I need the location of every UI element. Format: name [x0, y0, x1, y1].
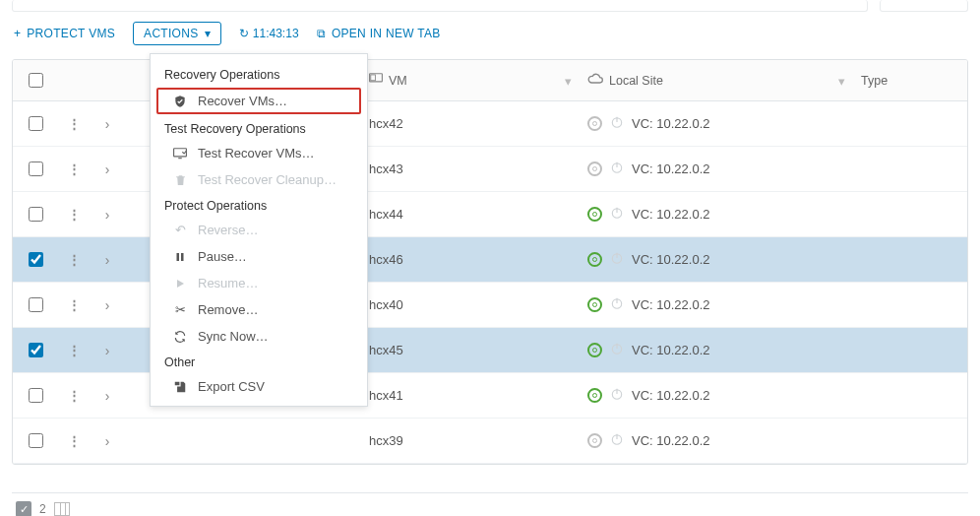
time-label: 11:43:13 — [253, 27, 299, 40]
table-footer: ✓ 2 — [12, 492, 968, 516]
export-icon — [172, 380, 188, 394]
vc-label: VC: 10.22.0.2 — [632, 343, 710, 357]
power-icon — [610, 161, 624, 177]
status-swirl-icon — [587, 388, 602, 403]
chevron-right-icon[interactable]: › — [105, 343, 110, 358]
type-cell — [853, 192, 967, 237]
dd-test-cleanup: Test Recover Cleanup… — [151, 166, 367, 193]
dd-reverse-label: Reverse… — [198, 223, 258, 237]
chevron-down-icon: ▾ — [205, 27, 211, 40]
table-row[interactable]: ⋮›hcx39VC: 10.22.0.2 — [13, 419, 967, 464]
chevron-right-icon[interactable]: › — [105, 433, 110, 449]
chevron-right-icon[interactable]: › — [105, 116, 110, 132]
type-cell — [853, 283, 967, 328]
local-site-cell: VC: 10.22.0.2 — [587, 342, 845, 358]
actions-label: ACTIONS — [144, 27, 198, 40]
header-type[interactable]: Type — [853, 60, 967, 101]
actions-button[interactable]: ACTIONS ▾ — [133, 22, 221, 45]
dd-remove[interactable]: ✂ Remove… — [151, 296, 367, 323]
row-checkbox[interactable] — [29, 297, 43, 312]
vc-label: VC: 10.22.0.2 — [632, 252, 710, 267]
vm-cell: hcx42 — [361, 101, 580, 147]
dd-test-cleanup-label: Test Recover Cleanup… — [198, 172, 337, 187]
kebab-icon[interactable]: ⋮ — [68, 252, 80, 267]
local-site-cell: VC: 10.22.0.2 — [587, 296, 845, 313]
header-checkbox-cell — [13, 60, 58, 101]
header-vm-label: VM — [389, 74, 407, 88]
vm-cell: hcx39 — [361, 419, 580, 464]
local-site-cell: VC: 10.22.0.2 — [587, 387, 845, 404]
dd-section-protect: Protect Operations — [151, 193, 367, 217]
cut-icon: ✂ — [172, 302, 188, 317]
type-cell — [853, 419, 967, 464]
chevron-right-icon[interactable]: › — [105, 297, 110, 313]
dd-pause-label: Pause… — [198, 249, 247, 264]
svg-rect-4 — [371, 75, 376, 81]
row-checkbox[interactable] — [29, 207, 43, 222]
power-icon — [610, 342, 624, 358]
open-new-tab-label: OPEN IN NEW TAB — [332, 27, 441, 40]
kebab-icon[interactable]: ⋮ — [68, 388, 80, 403]
external-link-icon: ⧉ — [317, 27, 326, 40]
row-checkbox[interactable] — [29, 343, 43, 357]
kebab-icon[interactable]: ⋮ — [68, 207, 80, 222]
dd-test-recover-label: Test Recover VMs… — [198, 146, 314, 161]
sync-icon — [172, 330, 188, 344]
header-type-label: Type — [861, 74, 888, 88]
power-icon — [610, 387, 624, 404]
column-chooser-button[interactable] — [54, 502, 70, 516]
header-local-label: Local Site — [609, 74, 663, 88]
status-swirl-icon — [587, 207, 602, 222]
chevron-right-icon[interactable]: › — [105, 252, 110, 268]
chevron-right-icon[interactable]: › — [105, 161, 110, 177]
power-icon — [610, 115, 624, 132]
kebab-icon[interactable]: ⋮ — [68, 433, 80, 448]
local-site-cell: VC: 10.22.0.2 — [587, 251, 845, 268]
undo-icon: ↶ — [172, 223, 188, 237]
vc-label: VC: 10.22.0.2 — [632, 388, 710, 403]
kebab-icon[interactable]: ⋮ — [68, 116, 80, 131]
protect-vms-label: PROTECT VMS — [27, 27, 115, 40]
dd-resume-label: Resume… — [198, 276, 258, 290]
dd-test-recover[interactable]: Test Recover VMs… — [151, 140, 367, 166]
header-local[interactable]: Local Site ▾ — [580, 60, 853, 101]
chevron-right-icon[interactable]: › — [105, 388, 110, 404]
kebab-icon[interactable]: ⋮ — [68, 297, 80, 312]
row-checkbox[interactable] — [29, 433, 43, 448]
svg-rect-2 — [181, 253, 184, 261]
protect-vms-button[interactable]: + PROTECT VMS — [14, 27, 115, 40]
kebab-icon[interactable]: ⋮ — [68, 343, 80, 357]
shield-check-icon — [172, 95, 188, 108]
dd-export[interactable]: Export CSV — [151, 373, 367, 400]
refresh-time[interactable]: ↻ 11:43:13 — [239, 27, 299, 40]
chevron-right-icon[interactable]: › — [105, 207, 110, 223]
row-checkbox[interactable] — [29, 252, 43, 267]
kebab-icon[interactable]: ⋮ — [68, 161, 80, 176]
test-recover-icon — [172, 148, 188, 160]
selection-indicator-icon: ✓ — [16, 501, 31, 516]
header-caret-cell — [90, 60, 125, 101]
select-all-checkbox[interactable] — [29, 73, 43, 88]
type-cell — [853, 101, 967, 147]
vm-icon — [369, 73, 383, 88]
row-checkbox[interactable] — [29, 116, 43, 131]
dd-recover-vms[interactable]: Recover VMs… — [156, 88, 361, 114]
plus-icon: + — [14, 27, 21, 40]
header-menu-cell — [58, 60, 90, 101]
power-icon — [610, 296, 624, 313]
local-site-cell: VC: 10.22.0.2 — [587, 206, 845, 223]
row-checkbox[interactable] — [29, 388, 43, 403]
header-vm[interactable]: VM ▾ — [361, 60, 580, 101]
row-checkbox[interactable] — [29, 161, 43, 176]
dd-section-test: Test Recovery Operations — [151, 116, 367, 140]
status-swirl-icon — [587, 297, 602, 312]
dd-sync-label: Sync Now… — [198, 329, 269, 344]
actions-dropdown: Recovery Operations Recover VMs… Test Re… — [150, 53, 368, 407]
vm-cell: hcx43 — [361, 147, 580, 192]
filter-icon[interactable]: ▾ — [838, 73, 845, 88]
dd-pause[interactable]: Pause… — [151, 243, 367, 270]
dd-sync[interactable]: Sync Now… — [151, 323, 367, 350]
vm-cell: hcx45 — [361, 328, 580, 373]
open-new-tab-button[interactable]: ⧉ OPEN IN NEW TAB — [317, 27, 441, 40]
filter-icon[interactable]: ▾ — [565, 73, 572, 88]
